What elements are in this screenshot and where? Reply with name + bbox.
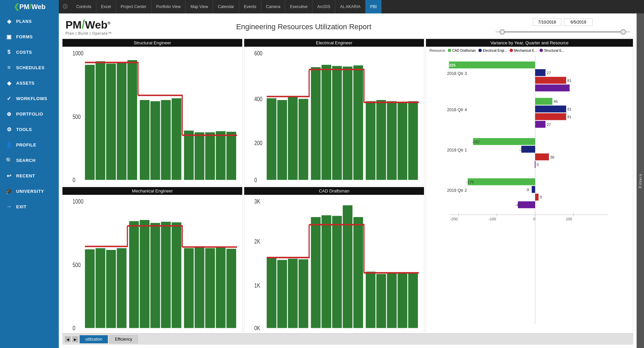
svg-rect-115: [311, 217, 321, 328]
sidebar-item-portfolio[interactable]: ⊕ PORTFOLIO: [0, 106, 59, 122]
svg-rect-90: [85, 249, 95, 328]
svg-text:2019 Qtr 1: 2019 Qtr 1: [447, 148, 467, 153]
recent-icon: ↩: [5, 172, 13, 179]
costs-icon: $: [5, 48, 13, 56]
exit-icon: →: [5, 203, 13, 210]
date-slider[interactable]: [496, 29, 630, 35]
date-range: [496, 18, 630, 35]
svg-rect-37: [408, 101, 418, 180]
sidebar-item-workflows[interactable]: ✓ WORKFLOWS: [0, 91, 59, 106]
portfolio-icon: ⊕: [5, 110, 13, 118]
filter-panel[interactable]: Filters: [637, 13, 644, 348]
svg-rect-4: [95, 61, 105, 180]
svg-text:-9: -9: [526, 188, 529, 192]
sidebar-item-schedules[interactable]: ≡ SCHEDULES: [0, 60, 59, 75]
svg-rect-122: [387, 273, 397, 328]
svg-rect-7: [127, 60, 137, 180]
sidebar-item-plans[interactable]: ◈ PLANS: [0, 13, 59, 29]
sidebar-item-costs[interactable]: $ COSTS: [0, 44, 59, 60]
nav-calendar[interactable]: Calendar: [213, 0, 239, 13]
svg-rect-116: [321, 215, 331, 328]
svg-text:-176: -176: [466, 180, 474, 184]
profile-icon: 👤: [5, 141, 13, 148]
slider-range: [502, 32, 623, 33]
svg-rect-58: [535, 121, 546, 128]
sidebar-item-recent[interactable]: ↩ RECENT: [0, 168, 59, 183]
nav-map-view[interactable]: Map View: [186, 0, 213, 13]
bottom-tabs: ◀ ▶ utilization Efficiency: [62, 334, 633, 345]
svg-rect-120: [366, 272, 376, 328]
search-icon: 🔍: [5, 157, 13, 164]
tab-arrow-left[interactable]: ◀: [65, 336, 71, 342]
report-container: PM/Web® Plan | Build | Operate™ Engineer…: [59, 13, 637, 348]
variance-title: Variance by Year, Quarter and Resource: [426, 39, 633, 47]
sidebar-item-search[interactable]: 🔍 SEARCH: [0, 153, 59, 168]
svg-rect-29: [321, 65, 331, 180]
svg-rect-10: [161, 100, 171, 180]
sidebar-item-profile[interactable]: 👤 PROFILE: [0, 137, 59, 153]
sidebar-item-exit[interactable]: → EXIT: [0, 199, 59, 214]
cad-chart-body: 3K 2K 1K 0K: [244, 195, 424, 333]
svg-rect-98: [172, 222, 181, 328]
svg-rect-93: [117, 248, 127, 328]
nav-arcgis[interactable]: ArcGIS: [312, 0, 335, 13]
slider-thumb-left[interactable]: [500, 29, 505, 35]
workflows-icon: ✓: [5, 95, 13, 102]
nav-events[interactable]: Events: [239, 0, 261, 13]
nav-executive[interactable]: Executive: [285, 0, 312, 13]
nav-pbi[interactable]: PBI: [366, 0, 382, 13]
variance-legend: Resource CAD Draftsman Electrical Engi..…: [426, 47, 633, 54]
svg-rect-56: [535, 113, 566, 120]
nav-portfolio-view[interactable]: Portfolio View: [152, 0, 186, 13]
svg-text:0K: 0K: [254, 325, 260, 332]
svg-text:0: 0: [537, 163, 539, 167]
university-icon: 🎓: [5, 187, 13, 195]
nav-excel[interactable]: Excel: [96, 0, 116, 13]
nav-al-akaria[interactable]: AL AKARIA: [335, 0, 366, 13]
legend-cad: CAD Draftsman: [448, 49, 476, 52]
nav-controls[interactable]: Controls: [72, 0, 96, 13]
nav-project-center[interactable]: Project Center: [116, 0, 152, 13]
mechanical-legend-dot: [510, 49, 513, 52]
date-start-input[interactable]: [533, 18, 561, 26]
svg-rect-14: [205, 132, 215, 180]
variance-chart-svg: 2018 Qtr 3 -225 27 81 90: [431, 56, 628, 332]
assets-icon: ◆: [5, 79, 13, 87]
cad-chart-svg: 3K 2K 1K 0K: [254, 197, 422, 332]
svg-text:500: 500: [73, 261, 81, 268]
svg-text:2018 Qtr 4: 2018 Qtr 4: [447, 107, 467, 112]
info-icon[interactable]: ⓘ: [59, 4, 72, 10]
tab-utilization[interactable]: utilization: [80, 335, 108, 343]
plans-icon: ◈: [5, 17, 13, 25]
slider-thumb-right[interactable]: [620, 29, 626, 35]
svg-rect-15: [216, 131, 225, 180]
date-inputs: [533, 18, 593, 26]
svg-text:-200: -200: [450, 217, 458, 221]
svg-rect-100: [195, 247, 204, 328]
svg-rect-118: [343, 205, 352, 328]
svg-rect-119: [353, 217, 363, 328]
sidebar-item-tools[interactable]: ⚙ TOOLS: [0, 122, 59, 137]
svg-text:81: 81: [567, 115, 572, 119]
svg-text:81: 81: [567, 107, 572, 111]
svg-text:0: 0: [254, 177, 257, 183]
svg-rect-34: [376, 100, 386, 180]
svg-rect-95: [140, 220, 149, 328]
sidebar-item-university[interactable]: 🎓 UNIVERSITY: [0, 183, 59, 199]
date-end-input[interactable]: [564, 18, 593, 26]
svg-rect-9: [151, 101, 160, 180]
svg-rect-28: [311, 67, 321, 180]
legend-structural: Structural E...: [540, 49, 564, 52]
sidebar-item-assets[interactable]: ◆ ASSETS: [0, 75, 59, 91]
electrical-title: Electrical Engineer: [244, 39, 424, 47]
svg-rect-3: [85, 65, 95, 180]
svg-rect-70: [468, 178, 535, 185]
svg-rect-47: [535, 77, 566, 84]
sidebar-item-forms[interactable]: ▣ FORMS: [0, 29, 59, 44]
svg-rect-65: [535, 154, 549, 161]
tab-arrow-right[interactable]: ▶: [72, 336, 78, 342]
electrical-legend-dot: [478, 49, 482, 52]
nav-camera[interactable]: Camera: [261, 0, 286, 13]
tab-efficiency[interactable]: Efficiency: [109, 335, 138, 343]
svg-rect-114: [299, 259, 308, 328]
